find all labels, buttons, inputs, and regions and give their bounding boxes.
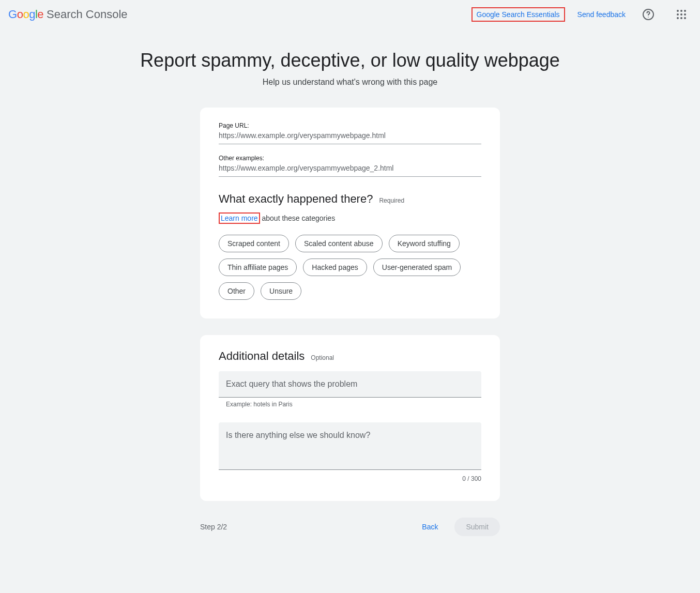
additional-details-card: Additional details Optional Example: hot… (200, 335, 500, 501)
chip-other[interactable]: Other (219, 282, 254, 300)
back-button[interactable]: Back (414, 518, 446, 536)
svg-point-7 (684, 13, 686, 16)
svg-point-8 (677, 17, 679, 19)
step-indicator: Step 2/2 (200, 523, 227, 531)
learn-more-row: Learn more about these categories (219, 214, 481, 222)
chip-keyword-stuffing[interactable]: Keyword stuffing (389, 235, 460, 252)
chip-scaled-content-abuse[interactable]: Scaled content abuse (295, 235, 383, 252)
optional-tag: Optional (311, 354, 334, 361)
send-feedback-link[interactable]: Send feedback (577, 10, 626, 19)
svg-point-5 (677, 13, 679, 16)
svg-point-3 (680, 10, 682, 12)
logo-suffix: Search Console (47, 8, 128, 21)
apps-grid-icon[interactable] (671, 4, 692, 25)
search-essentials-link[interactable]: Google Search Essentials (471, 7, 565, 22)
page-url-label: Page URL: (219, 122, 481, 129)
category-chips: Scraped content Scaled content abuse Key… (219, 235, 481, 300)
char-count: 0 / 300 (219, 475, 481, 482)
what-happened-heading: What exactly happened there? (219, 192, 373, 206)
learn-more-link[interactable]: Learn more (219, 212, 260, 224)
exact-query-input[interactable] (219, 371, 481, 398)
svg-point-1 (648, 17, 649, 18)
what-happened-heading-row: What exactly happened there? Required (219, 192, 481, 206)
additional-details-heading: Additional details (219, 349, 305, 363)
svg-point-10 (684, 17, 686, 19)
chip-thin-affiliate-pages[interactable]: Thin affiliate pages (219, 259, 297, 276)
additional-details-heading-row: Additional details Optional (219, 349, 481, 363)
help-icon[interactable] (638, 4, 659, 25)
required-tag: Required (379, 197, 404, 204)
comments-textarea[interactable] (219, 422, 481, 470)
chip-scraped-content[interactable]: Scraped content (219, 235, 289, 252)
page-url-value: https://www.example.org/veryspammywebpag… (219, 131, 481, 144)
submit-button[interactable]: Submit (454, 518, 500, 536)
footer-buttons: Back Submit (414, 518, 500, 536)
main-content: Report spammy, deceptive, or low quality… (123, 29, 577, 567)
chip-hacked-pages[interactable]: Hacked pages (303, 259, 367, 276)
svg-point-6 (680, 13, 682, 16)
page-subtitle: Help us understand what's wrong with thi… (123, 78, 577, 87)
learn-more-suffix: about these categories (260, 214, 336, 222)
header-right: Google Search Essentials Send feedback (471, 4, 692, 25)
page-url-field: Page URL: https://www.example.org/verysp… (219, 122, 481, 144)
other-examples-label: Other examples: (219, 155, 481, 162)
google-logo: Google (8, 8, 43, 21)
logo-area: Google Search Console (8, 8, 128, 21)
svg-point-4 (684, 10, 686, 12)
other-examples-field: Other examples: https://www.example.org/… (219, 155, 481, 177)
other-examples-value: https://www.example.org/veryspammywebpag… (219, 164, 481, 177)
chip-unsure[interactable]: Unsure (261, 282, 301, 300)
page-title: Report spammy, deceptive, or low quality… (123, 50, 577, 71)
comments-wrap: 0 / 300 (219, 422, 481, 482)
report-card: Page URL: https://www.example.org/verysp… (200, 108, 500, 318)
exact-query-hint: Example: hotels in Paris (226, 401, 481, 408)
svg-point-2 (677, 10, 679, 12)
chip-user-generated-spam[interactable]: User-generated spam (373, 259, 461, 276)
app-header: Google Search Console Google Search Esse… (0, 0, 700, 29)
footer-row: Step 2/2 Back Submit (200, 518, 500, 536)
svg-point-9 (680, 17, 682, 19)
